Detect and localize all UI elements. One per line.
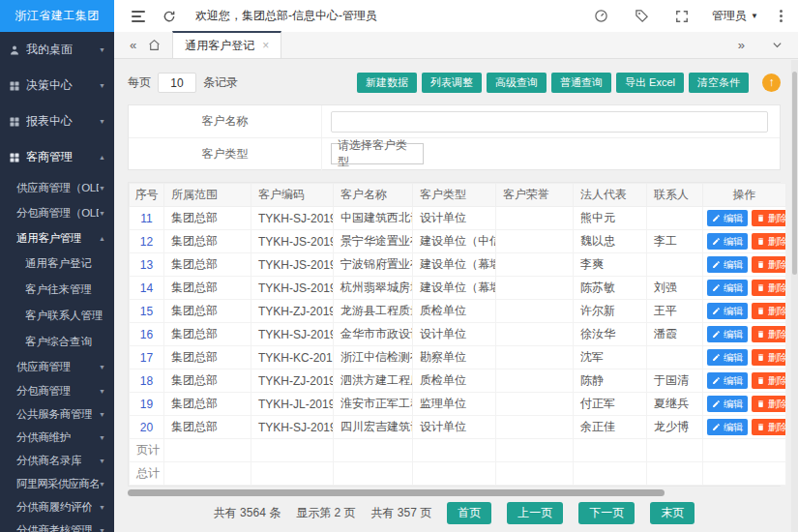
clear-conditions-button[interactable]: 清空条件 (689, 73, 749, 93)
refresh-icon[interactable] (159, 6, 180, 27)
scrollbar-thumb[interactable] (128, 489, 665, 496)
edit-button[interactable]: 编辑 (707, 396, 748, 412)
tabs-dropdown-icon[interactable] (766, 31, 788, 58)
sidebar-item-public-service-mgmt[interactable]: 公共服务商管理 ▼ (0, 402, 114, 426)
sidebar-item-supplier-mgmt-old[interactable]: 供应商管理（OLD） ▼ (0, 175, 114, 200)
table-cell: 金华市市政设计... (334, 323, 413, 346)
dashboard-gauge-icon[interactable] (590, 6, 611, 27)
horizontal-scrollbar[interactable] (128, 489, 781, 497)
vertical-scrollbar[interactable] (791, 60, 798, 532)
sidebar-item-customer-transactions[interactable]: 客户往来管理 (0, 277, 114, 303)
delete-button[interactable]: 删除 (752, 372, 786, 389)
sidebar-item-label: 报表中心 (26, 113, 73, 130)
next-page-button[interactable]: 下一页 (578, 502, 635, 524)
row-seq-link[interactable]: 19 (130, 393, 164, 416)
row-seq-link[interactable]: 13 (130, 253, 164, 277)
sidebar-item-customer-register[interactable]: 通用客户登记 (0, 251, 114, 277)
table-cell: TYKH-ZJ-20190... (251, 369, 334, 393)
tag-icon[interactable] (631, 6, 652, 27)
normal-query-button[interactable]: 普通查询 (551, 73, 611, 93)
sidebar-item-vendor-mgmt[interactable]: 客商管理 ▲ (0, 139, 114, 175)
first-page-button[interactable]: 首页 (447, 502, 491, 524)
row-seq-link[interactable]: 18 (130, 369, 164, 393)
row-seq-link[interactable]: 16 (130, 323, 164, 346)
more-options-icon[interactable] (778, 8, 784, 24)
tabs-scroll-right-icon[interactable]: » (732, 31, 751, 58)
edit-button[interactable]: 编辑 (707, 233, 748, 250)
edit-button[interactable]: 编辑 (707, 419, 748, 435)
edit-button[interactable]: 编辑 (707, 303, 748, 319)
sidebar-item-customer-contacts[interactable]: 客户联系人管理 (0, 303, 114, 329)
delete-button[interactable]: 删除 (752, 326, 786, 342)
row-actions: 编辑删除 (703, 253, 786, 277)
delete-button[interactable]: 删除 (752, 256, 786, 273)
delete-button[interactable]: 删除 (752, 419, 786, 435)
chevron-down-icon: ▼ (99, 411, 105, 418)
collapse-menu-icon[interactable] (128, 6, 149, 27)
row-seq-link[interactable]: 11 (130, 207, 164, 230)
summary-row: 页计 (130, 439, 786, 462)
prev-page-button[interactable]: 上一页 (507, 502, 563, 524)
table-cell (496, 300, 574, 323)
chevron-up-icon: ▲ (99, 235, 105, 242)
sidebar-item-decision-center[interactable]: 决策中心 ▼ (0, 68, 114, 103)
edit-button[interactable]: 编辑 (707, 210, 748, 226)
export-excel-button[interactable]: 导出 Excel (616, 73, 684, 93)
row-seq-link[interactable]: 12 (130, 230, 164, 253)
sidebar-item-subcontractor-mgmt[interactable]: 分包商管理 ▼ (0, 379, 114, 402)
row-seq-link[interactable]: 14 (130, 277, 164, 300)
scrollbar-thumb[interactable] (792, 72, 797, 275)
close-icon[interactable]: × (262, 39, 269, 52)
table-cell (251, 439, 334, 462)
sidebar-item-subcontractor-mgmt-old[interactable]: 分包商管理（OLD） ▼ (0, 200, 114, 225)
sidebar-item-label: 分供商履约评价 (16, 500, 92, 515)
edit-button[interactable]: 编辑 (707, 256, 748, 273)
scroll-top-button[interactable]: ↑ (762, 74, 781, 92)
sidebar-item-customer-query[interactable]: 客户综合查询 (0, 329, 114, 355)
customer-name-input[interactable] (331, 111, 768, 133)
app-window: 浙江省建工集团 我的桌面 ▼ 决策中心 ▼ 报表中心 ▼ 客商管理 ▲ 供应商管… (0, 0, 798, 532)
new-data-button[interactable]: 新建数据 (357, 73, 417, 93)
user-menu[interactable]: 管理员 ▼ (712, 8, 758, 24)
delete-button[interactable]: 删除 (752, 280, 786, 296)
button-label: 编辑 (724, 235, 743, 249)
sidebar-item-subsupplier-directory[interactable]: 分供商名录库 ▼ (0, 449, 114, 472)
delete-button[interactable]: 删除 (752, 210, 786, 226)
sidebar-item-supplier-mgmt[interactable]: 供应商管理 ▼ (0, 355, 114, 379)
delete-button[interactable]: 删除 (752, 349, 786, 366)
tabs-scroll-left-icon[interactable]: « (124, 31, 142, 58)
home-icon[interactable] (142, 31, 166, 58)
sidebar-item-subsupplier-performance[interactable]: 分供商履约评价 ▼ (0, 495, 114, 518)
row-seq-link[interactable]: 15 (130, 300, 164, 323)
delete-button[interactable]: 删除 (752, 233, 786, 250)
sidebar-item-subsupplier-maintenance[interactable]: 分供商维护 ▼ (0, 426, 114, 449)
fullscreen-icon[interactable] (671, 6, 693, 27)
sidebar-item-ali-supplier-directory[interactable]: 阿里网采供应商名录库 ▼ (0, 472, 114, 495)
tab-general-customer-register[interactable]: 通用客户登记 × (172, 31, 281, 58)
sidebar-item-subsupplier-assessment[interactable]: 分供商考核管理 ▼ (0, 518, 114, 532)
sidebar-item-report-center[interactable]: 报表中心 ▼ (0, 103, 114, 139)
table-cell: 龙少博 (647, 416, 703, 439)
col-scope: 所属范围 (164, 184, 251, 207)
customer-type-select[interactable]: 请选择客户类型 (331, 143, 424, 164)
edit-button[interactable]: 编辑 (707, 349, 748, 366)
sidebar-item-my-desktop[interactable]: 我的桌面 ▼ (0, 32, 114, 68)
edit-button[interactable]: 编辑 (707, 326, 748, 342)
per-page-input[interactable] (158, 73, 196, 93)
chevron-down-icon: ▼ (99, 210, 105, 217)
table-cell: 付正军 (574, 393, 647, 416)
col-actions: 操作 (703, 184, 786, 207)
row-actions: 编辑删除 (703, 277, 786, 300)
table-cell: 泗洪方建工程质... (334, 369, 413, 393)
sidebar-item-general-customer-mgmt[interactable]: 通用客户管理 ▲ (0, 225, 114, 251)
chevron-down-icon: ▼ (99, 118, 105, 125)
delete-button[interactable]: 删除 (752, 396, 786, 412)
edit-button[interactable]: 编辑 (707, 372, 748, 389)
list-adjust-button[interactable]: 列表调整 (422, 73, 482, 93)
row-seq-link[interactable]: 17 (130, 346, 164, 369)
edit-button[interactable]: 编辑 (707, 280, 748, 296)
delete-button[interactable]: 删除 (752, 303, 786, 319)
last-page-button[interactable]: 末页 (650, 502, 695, 524)
row-seq-link[interactable]: 20 (130, 416, 164, 439)
advanced-query-button[interactable]: 高级查询 (487, 73, 547, 93)
